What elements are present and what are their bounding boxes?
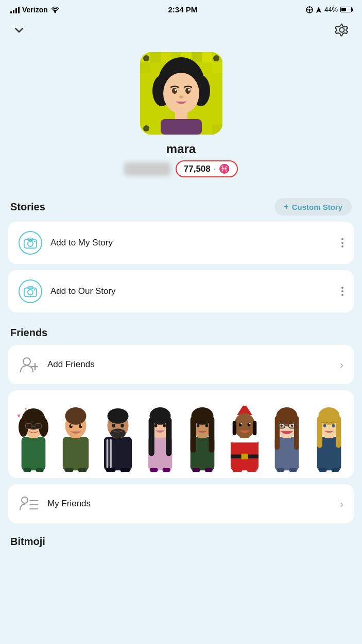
friend-bitmoji-1: ♥ ♥ (13, 401, 54, 473)
svg-point-41 (28, 290, 33, 295)
battery-percent: 44% (324, 6, 338, 13)
svg-point-0 (54, 11, 56, 13)
location-icon (306, 6, 313, 13)
svg-rect-118 (232, 468, 242, 472)
friend-avatar-2 (55, 401, 97, 473)
svg-point-26 (172, 88, 177, 94)
gear-icon (335, 23, 349, 37)
our-story-item[interactable]: Add to Our Story (8, 270, 354, 312)
friend-avatar-5 (181, 401, 223, 473)
svg-rect-140 (336, 417, 341, 448)
top-nav (0, 17, 362, 47)
friend-bitmoji-7 (267, 401, 307, 473)
svg-rect-102 (204, 468, 212, 472)
svg-point-117 (249, 423, 250, 424)
my-friends-label: My Friends (47, 499, 340, 509)
svg-rect-19 (212, 62, 222, 73)
svg-point-27 (185, 88, 191, 94)
signal-bar-4 (18, 7, 20, 13)
svg-point-69 (80, 424, 82, 426)
svg-point-53 (19, 418, 28, 437)
svg-rect-81 (106, 468, 115, 472)
my-story-icon (19, 231, 42, 255)
svg-point-145 (22, 497, 28, 503)
friends-title: Friends (10, 327, 47, 339)
add-friends-label: Add Friends (47, 359, 340, 370)
our-story-more-button[interactable] (341, 287, 343, 296)
svg-point-2 (308, 9, 311, 11)
svg-rect-125 (294, 416, 299, 450)
svg-rect-18 (140, 62, 150, 73)
settings-button[interactable] (333, 21, 351, 41)
camera-icon (24, 236, 37, 250)
bitmoji-group: ♥ ♥ (8, 390, 354, 478)
svg-point-80 (120, 424, 124, 427)
score-highlight-box: 77,508 · ♓ (176, 160, 238, 177)
back-chevron-button[interactable] (11, 22, 27, 40)
svg-point-141 (323, 424, 326, 427)
svg-point-78 (110, 428, 126, 438)
svg-rect-11 (150, 52, 161, 62)
friends-banner[interactable]: ♥ ♥ (8, 390, 354, 478)
friends-section-header: Friends (8, 319, 354, 345)
svg-point-8 (340, 28, 344, 32)
status-time: 2:34 PM (168, 5, 198, 14)
my-story-more-button[interactable] (341, 238, 343, 247)
svg-rect-97 (190, 417, 196, 453)
svg-point-131 (282, 424, 283, 425)
svg-point-35 (143, 125, 149, 131)
custom-story-button[interactable]: + Custom Story (274, 198, 352, 216)
snap-score-value: 77,508 (184, 164, 211, 174)
username: mara (166, 142, 196, 156)
svg-point-58 (27, 425, 30, 427)
svg-point-79 (112, 424, 115, 427)
svg-rect-62 (62, 437, 88, 470)
user-info-row: 77,508 · ♓ (124, 160, 238, 177)
svg-rect-61 (36, 468, 43, 472)
my-friends-card: My Friends › (8, 484, 354, 523)
friend-avatar-3 (97, 401, 139, 473)
signal-bar-3 (15, 8, 17, 13)
bitmoji-svg (140, 52, 222, 135)
svg-rect-134 (289, 468, 297, 472)
battery-icon (340, 7, 352, 12)
signal-bar-2 (13, 10, 14, 13)
zodiac-symbol: ♓ (219, 163, 230, 174)
bitmoji-avatar (140, 52, 222, 135)
svg-rect-139 (317, 417, 322, 448)
svg-point-105 (242, 401, 247, 406)
svg-rect-88 (166, 418, 171, 456)
svg-point-34 (213, 55, 219, 61)
svg-rect-87 (148, 418, 154, 456)
friend-avatar-4 (139, 401, 181, 473)
svg-rect-92 (162, 468, 170, 472)
svg-rect-71 (78, 468, 87, 472)
profile-avatar[interactable] (140, 52, 222, 135)
svg-point-28 (175, 89, 177, 91)
my-friends-icon (19, 493, 39, 514)
svg-rect-119 (247, 468, 256, 472)
svg-rect-113 (252, 421, 256, 435)
friends-list-icon (20, 494, 38, 513)
svg-point-54 (39, 418, 48, 437)
navigation-icon (316, 6, 322, 13)
svg-rect-12 (161, 52, 171, 62)
stories-section-header: Stories + Custom Story (8, 190, 354, 222)
svg-point-29 (188, 89, 190, 91)
my-friends-item[interactable]: My Friends › (8, 484, 354, 523)
our-story-label: Add to Our Story (50, 286, 341, 296)
status-right-icons: 44% (306, 6, 352, 13)
add-friends-card: Add Friends › (8, 345, 354, 384)
my-story-item[interactable]: Add to My Story (8, 222, 354, 264)
svg-rect-91 (150, 468, 158, 472)
friend-bitmoji-3 (98, 401, 138, 473)
friends-section: Friends Add Friends › (8, 319, 354, 523)
svg-point-89 (154, 424, 157, 427)
friend-avatar-6 (223, 401, 266, 473)
stories-title: Stories (10, 201, 45, 213)
bitmoji-section-title: Bitmoji (8, 532, 354, 556)
add-friends-icon (19, 354, 39, 375)
svg-rect-143 (319, 468, 326, 472)
svg-text:♥: ♥ (17, 412, 21, 419)
add-friends-item[interactable]: Add Friends › (8, 345, 354, 384)
